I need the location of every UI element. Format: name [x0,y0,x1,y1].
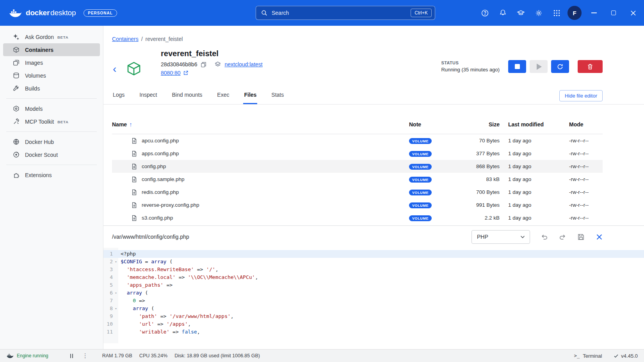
sidebar-item-label: Volumes [25,73,46,79]
sparkle-icon [12,34,20,41]
code-line[interactable]: 7 0 => [103,297,644,305]
stop-button[interactable] [508,60,526,73]
undo-icon[interactable] [540,232,548,241]
code-line[interactable]: 5 'apps_paths' => [103,281,644,289]
breadcrumb-containers-link[interactable]: Containers [112,36,139,42]
fold-icon[interactable]: ▾ [113,258,119,266]
models-icon [12,105,20,112]
cpu-usage: CPU 35.24% [139,353,167,358]
code-line[interactable]: 11 'writable' => false, [103,328,644,336]
resource-stats: RAM 1.79 GB CPU 35.24% Disk: 18.89 GB us… [102,353,260,358]
tab-exec[interactable]: Exec [216,92,230,104]
engine-status[interactable]: Engine running [6,353,48,358]
sidebar-item-label: Extensions [25,172,52,178]
apps-grid-icon[interactable] [552,8,561,18]
pause-engine-button[interactable] [70,354,73,358]
save-icon[interactable] [576,232,585,241]
tab-stats[interactable]: Stats [270,92,285,104]
editor-header: /var/www/html/config/config.php PHP [103,226,644,248]
redo-icon[interactable] [558,232,567,241]
search-input[interactable]: Search Ctrl+K [256,6,435,20]
column-name[interactable]: Name [112,121,127,128]
fold-icon[interactable]: ▾ [113,305,119,312]
docker-desktop-window: dockerdesktop PERSONAL Search Ctrl+K [0,0,644,362]
close-editor-icon[interactable] [595,232,603,241]
code-editor[interactable]: 1<?php2▾$CONFIG = array (3 'htaccess.Rew… [103,248,644,343]
kebab-menu-icon[interactable]: ⋮ [82,352,88,359]
volume-badge: VOLUME [409,164,432,170]
sidebar-item-docker-scout[interactable]: Docker Scout [3,148,100,161]
tab-logs[interactable]: Logs [112,92,125,104]
version-info[interactable]: v4.45.0 [614,353,638,359]
code-line[interactable]: 8▾ array ( [103,305,644,312]
file-icon [131,151,137,157]
restart-button[interactable] [551,60,569,73]
sidebar-item-images[interactable]: Images [3,56,100,69]
sidebar-item-models[interactable]: Models [3,102,100,115]
fold-spacer [113,281,119,289]
code-line[interactable]: 10 'url' => '/apps', [103,320,644,328]
editor-file-path: /var/www/html/config/config.php [112,234,189,240]
volume-badge: VOLUME [409,202,432,208]
sidebar-item-ask-gordon[interactable]: Ask Gordon BETA [3,30,100,43]
close-button[interactable] [629,9,637,17]
chevron-down-icon [519,234,526,240]
back-chevron-icon[interactable]: ‹ [113,64,116,74]
maximize-button[interactable] [610,9,617,17]
code-line[interactable]: 4 'memcache.local' => '\\OC\\Memcache\\A… [103,273,644,281]
tab-inspect[interactable]: Inspect [139,92,158,104]
settings-icon[interactable] [534,8,543,18]
sidebar-item-volumes[interactable]: Volumes [3,69,100,82]
notifications-icon[interactable] [498,8,507,18]
delete-button[interactable] [578,60,603,73]
sidebar-item-extensions[interactable]: Extensions [3,169,100,181]
table-row[interactable]: reverse-proxy.config.php VOLUME 991 Byte… [112,199,603,211]
breadcrumb: Containers / reverent_feistel [103,26,644,42]
sort-asc-icon[interactable]: ↑ [129,121,132,128]
brand-text: dockerdesktop [26,9,76,17]
code-line[interactable]: 1<?php [103,250,644,258]
topbar-icons [480,8,561,18]
start-button[interactable] [530,60,548,73]
sidebar-item-builds[interactable]: Builds [3,82,100,95]
table-row[interactable]: apps.config.php VOLUME 377 Bytes 1 day a… [112,147,603,160]
port-link[interactable]: 8080:80 [161,70,181,76]
docker-hub-icon [12,138,20,146]
external-link-icon[interactable] [183,70,189,76]
code-line[interactable]: 2▾$CONFIG = array ( [103,258,644,266]
help-icon[interactable] [480,8,489,18]
engine-status-label: Engine running [17,353,48,358]
language-select[interactable]: PHP [471,230,530,244]
fold-icon[interactable]: ▾ [113,289,119,297]
sidebar-item-containers[interactable]: Containers [3,43,100,56]
status-block: STATUS Running (35 minutes ago) [441,60,500,73]
container-id: 28d30846b8b6 [161,61,197,67]
learning-center-icon[interactable] [516,8,525,18]
breadcrumb-separator: / [141,36,143,42]
sidebar-item-mcp-toolkit[interactable]: MCP Toolkit BETA [3,115,100,128]
terminal-button[interactable]: >_ Terminal [574,353,602,359]
images-icon [12,59,20,66]
tab-files[interactable]: Files [243,92,257,104]
avatar[interactable]: F [568,6,582,20]
table-row-selected[interactable]: config.php VOLUME 868 Bytes 1 day ago -r… [112,160,603,173]
copy-icon[interactable] [201,62,206,67]
column-size[interactable]: Size [445,121,500,128]
column-mode: Mode [569,121,603,128]
table-row[interactable]: apcu.config.php VOLUME 70 Bytes 1 day ag… [112,134,603,147]
code-line[interactable]: 9 'path' => '/var/www/html/apps', [103,312,644,320]
sidebar-divider [6,165,97,165]
table-row[interactable]: s3.config.php VOLUME 2.2 kB 1 day ago -r… [112,211,603,224]
code-line[interactable]: 3 'htaccess.RewriteBase' => '/', [103,266,644,273]
minimize-button[interactable] [590,9,598,17]
file-icon [131,138,137,144]
fold-spacer [113,297,119,305]
table-row[interactable]: config.sample.php VOLUME 83 kB 1 day ago… [112,173,603,186]
image-link[interactable]: nextcloud:latest [224,61,262,67]
code-line[interactable]: 6▾ array ( [103,289,644,297]
tab-bind-mounts[interactable]: Bind mounts [171,92,203,104]
hide-file-editor-button[interactable]: Hide file editor [559,90,603,101]
sidebar-item-docker-hub[interactable]: Docker Hub [3,135,100,148]
table-row[interactable]: redis.config.php VOLUME 700 Bytes 1 day … [112,186,603,199]
column-last-modified[interactable]: Last modified [500,121,569,128]
